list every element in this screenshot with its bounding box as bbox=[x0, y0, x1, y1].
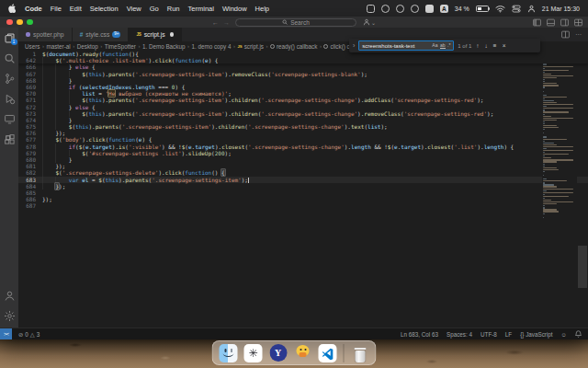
accounts-icon[interactable] bbox=[0, 285, 18, 305]
close-window-button[interactable] bbox=[6, 19, 13, 26]
breadcrumb-label: Users bbox=[25, 43, 40, 50]
breadcrumb-item[interactable]: JSscript.js bbox=[238, 43, 264, 50]
notifications-bell-icon[interactable] bbox=[575, 330, 582, 338]
find-close-icon[interactable]: × bbox=[502, 42, 507, 49]
sticky-scroll-line: 642$('.multi-choice .list-item').click(f… bbox=[18, 57, 588, 63]
code-line: 684}); bbox=[18, 183, 588, 190]
breadcrumb-label: ready() callback bbox=[277, 43, 317, 50]
regex-icon[interactable]: .* bbox=[447, 42, 450, 49]
nav-forward-icon[interactable]: → bbox=[223, 19, 230, 26]
settings-gear-icon[interactable] bbox=[0, 305, 18, 326]
feedback-smiley-icon[interactable]: ☺ bbox=[561, 331, 567, 338]
wifi-icon[interactable] bbox=[495, 5, 505, 13]
match-case-icon[interactable]: Aa bbox=[432, 42, 437, 49]
encoding-setting[interactable]: UTF-8 bbox=[481, 331, 497, 338]
apple-logo-icon[interactable] bbox=[8, 4, 16, 13]
whole-word-icon[interactable]: ab bbox=[440, 42, 446, 49]
breadcrumb-item[interactable]: ready() callback bbox=[270, 43, 317, 50]
status-app-icon-2[interactable] bbox=[381, 5, 390, 13]
find-previous-icon[interactable]: ↑ bbox=[475, 42, 480, 49]
search-label: Search bbox=[290, 19, 310, 26]
menu-item-help[interactable]: Help bbox=[255, 5, 269, 13]
problems-indicator[interactable]: ⊘ 0 △ 3 bbox=[18, 331, 40, 338]
breadcrumb-separator: › bbox=[233, 43, 235, 49]
eol-setting[interactable]: LF bbox=[505, 331, 512, 338]
menu-item-terminal[interactable]: Terminal bbox=[188, 5, 214, 13]
explorer-icon[interactable]: 1 bbox=[0, 28, 18, 48]
scrollbar-thumb[interactable] bbox=[578, 246, 587, 288]
menu-item-file[interactable]: File bbox=[51, 5, 62, 13]
tab-problems-badge: 9+ bbox=[112, 31, 120, 38]
battery-icon[interactable] bbox=[476, 6, 489, 12]
editor-actions-more-icon[interactable]: ⋯ bbox=[575, 31, 582, 39]
yandex-dock-icon[interactable]: Y bbox=[269, 344, 288, 362]
account-icon[interactable]: ⌄ bbox=[363, 18, 376, 26]
find-next-icon[interactable]: ↓ bbox=[484, 42, 489, 49]
vscode-titlebar[interactable]: ← → Search ⌄ bbox=[0, 17, 588, 28]
code-line: 675$(this).parents('.screenpage-settings… bbox=[18, 123, 588, 130]
line-number: 678 bbox=[18, 144, 42, 150]
nav-back-icon[interactable]: ← bbox=[212, 19, 219, 26]
toggle-panel-icon[interactable] bbox=[547, 18, 555, 27]
remote-explorer-icon[interactable] bbox=[0, 109, 18, 129]
minimize-window-button[interactable] bbox=[17, 19, 23, 26]
search-view-icon[interactable] bbox=[0, 48, 18, 68]
status-app-icon-3[interactable] bbox=[396, 5, 404, 13]
line-number: 676 bbox=[18, 130, 42, 136]
breadcrumb-item[interactable]: 1. demo copy 4 bbox=[191, 43, 231, 50]
menu-item-selection[interactable]: Selection bbox=[90, 5, 119, 13]
breadcrumb-item[interactable]: Users bbox=[25, 43, 40, 50]
status-app-icon-1[interactable] bbox=[367, 5, 375, 13]
extensions-icon[interactable] bbox=[0, 129, 18, 149]
menu-item-go[interactable]: Go bbox=[150, 5, 159, 13]
control-center-icon[interactable] bbox=[512, 5, 521, 13]
menu-item-run[interactable]: Run bbox=[167, 5, 180, 13]
chatgpt-dock-icon[interactable]: ✳ bbox=[244, 344, 263, 362]
breadcrumb-item[interactable]: TimeSpotter bbox=[105, 43, 136, 50]
menu-item-code[interactable]: Code bbox=[25, 5, 42, 13]
toggle-secondary-sidebar-icon[interactable] bbox=[560, 18, 569, 27]
toggle-primary-sidebar-icon[interactable] bbox=[533, 18, 541, 27]
dirty-indicator-dot[interactable] bbox=[170, 32, 175, 37]
tab-spotter.php[interactable]: spotter.php bbox=[18, 28, 73, 41]
find-collapse-icon[interactable]: › bbox=[353, 42, 355, 49]
zoom-window-button[interactable] bbox=[27, 19, 33, 26]
vscode-dock-icon[interactable] bbox=[319, 344, 337, 362]
remote-indicator[interactable]: >< bbox=[0, 328, 12, 339]
code-editor[interactable]: 1$(document).ready(function(){642$('.mul… bbox=[18, 51, 588, 328]
breadcrumb-item[interactable]: Desktop bbox=[77, 43, 98, 50]
tab-style.css[interactable]: #style.css9+ bbox=[73, 28, 130, 41]
language-mode[interactable]: {} JavaScript bbox=[520, 331, 552, 338]
split-editor-icon[interactable] bbox=[561, 30, 570, 39]
user-icon[interactable] bbox=[527, 5, 536, 13]
minimap[interactable] bbox=[542, 51, 577, 328]
finder-dock-icon[interactable] bbox=[220, 344, 238, 362]
source-control-icon[interactable] bbox=[0, 68, 18, 88]
command-center-search[interactable]: Search bbox=[235, 18, 356, 27]
customize-layout-icon[interactable] bbox=[574, 18, 582, 27]
line-number: 679 bbox=[18, 150, 42, 156]
menu-item-window[interactable]: Window bbox=[222, 5, 247, 13]
status-app-icon-4[interactable] bbox=[411, 5, 419, 13]
breadcrumb-label: Desktop bbox=[77, 43, 98, 50]
input-source-icon[interactable]: A bbox=[440, 5, 448, 13]
breadcrumb-separator: › bbox=[138, 43, 140, 49]
menubar-clock[interactable]: 21 Mar 15:30 bbox=[542, 6, 580, 12]
cyberduck-dock-icon[interactable] bbox=[294, 344, 312, 362]
code-line: 667$(this).parents('.screenpage-settings… bbox=[18, 71, 588, 77]
trash-dock-icon[interactable] bbox=[351, 344, 369, 362]
cursor-position[interactable]: Ln 683, Col 63 bbox=[401, 331, 438, 338]
indentation-setting[interactable]: Spaces: 4 bbox=[447, 331, 472, 338]
menu-item-edit[interactable]: Edit bbox=[70, 5, 82, 13]
editor-scrollbar[interactable] bbox=[577, 51, 588, 328]
breadcrumb-separator: › bbox=[42, 43, 44, 49]
tab-script.js[interactable]: JSscript.js bbox=[129, 28, 182, 41]
breadcrumb-item[interactable]: 1. Demo Backup bbox=[142, 43, 186, 50]
status-app-icon-5[interactable] bbox=[425, 5, 434, 13]
breadcrumb-item[interactable]: master-al bbox=[46, 43, 70, 50]
find-in-selection-icon[interactable]: ≡ bbox=[492, 42, 498, 49]
run-debug-icon[interactable] bbox=[0, 88, 18, 109]
line-number: 681 bbox=[18, 163, 42, 169]
find-input[interactable]: screenshots-task-text Aa ab .* bbox=[358, 40, 454, 51]
menu-item-view[interactable]: View bbox=[127, 5, 141, 13]
